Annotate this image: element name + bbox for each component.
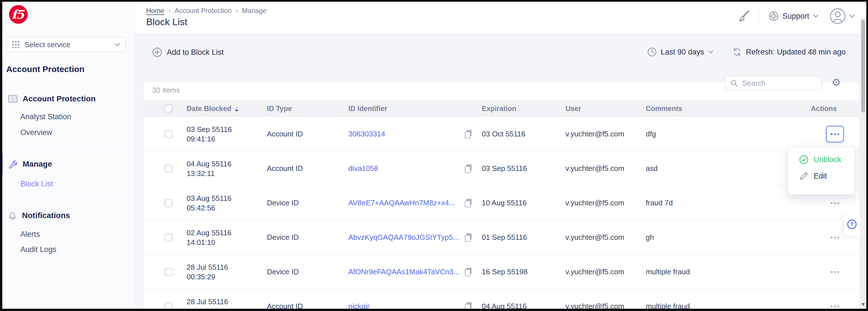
search-input[interactable] — [742, 79, 817, 88]
table-row[interactable]: 03 Aug 55116 05:42:56 Device ID AV8eE7+A… — [144, 186, 859, 220]
copy-icon[interactable] — [464, 164, 473, 173]
edit-menu-item[interactable]: Edit — [799, 171, 855, 181]
table-row[interactable]: 02 Aug 55116 14:01:10 Device ID AbvzKyqG… — [144, 220, 859, 255]
header-divider — [760, 10, 760, 23]
cell-expiration: 01 Sep 55116 — [482, 233, 565, 242]
row-checkbox[interactable] — [164, 165, 173, 173]
table-row[interactable]: 03 Sep 55116 09:41:16 Account ID 3063033… — [144, 117, 859, 151]
identifier-link[interactable]: diva1058 — [348, 164, 378, 173]
question-circle-icon: ? — [846, 219, 857, 230]
user-menu[interactable] — [830, 8, 855, 24]
table-row[interactable]: 28 Jul 55116 00:05:09 Account ID nickgjr… — [144, 289, 859, 311]
copy-icon[interactable] — [464, 267, 473, 277]
cell-id-type: Account ID — [267, 130, 348, 138]
support-menu[interactable]: Support — [768, 11, 819, 22]
cell-user: v.yuchter@f5.com — [565, 164, 646, 173]
copy-icon[interactable] — [464, 302, 473, 311]
sidebar-item-alerts[interactable]: Alerts — [20, 230, 40, 239]
help-button[interactable]: ? — [844, 213, 860, 236]
search-icon — [730, 79, 738, 87]
row-checkbox[interactable] — [164, 268, 173, 276]
block-list-table-card: 30 items ⚙ Date Blocked — [144, 82, 859, 311]
breadcrumb-account-protection: Account Protection — [175, 7, 231, 15]
f5-logo-text: f5 — [11, 8, 23, 22]
row-checkbox[interactable] — [164, 199, 173, 207]
breadcrumb-home-link[interactable]: Home — [146, 7, 164, 15]
identifier-link[interactable]: nickgjr — [348, 302, 370, 311]
column-header-id-identifier[interactable]: ID Identifier — [348, 105, 482, 113]
row-actions-button[interactable] — [828, 268, 842, 276]
unblock-menu-item[interactable]: Unblock — [799, 155, 855, 164]
column-header-user[interactable]: User — [565, 105, 646, 113]
cell-expiration: 03 Sep 55116 — [482, 164, 565, 173]
sidebar-section-account-protection[interactable]: Account Protection — [8, 94, 96, 103]
scrollbar-down-arrow[interactable] — [862, 303, 865, 306]
f5-logo[interactable]: f5 — [9, 5, 28, 24]
sidebar-section-label: Manage — [23, 160, 52, 169]
cell-user: v.yuchter@f5.com — [565, 233, 646, 242]
copy-icon[interactable] — [464, 129, 473, 139]
column-header-id-type[interactable]: ID Type — [267, 105, 348, 113]
row-actions-button[interactable] — [828, 234, 842, 241]
search-box — [725, 76, 822, 91]
cell-id-type: Account ID — [267, 302, 348, 311]
add-to-block-list-label: Add to Block List — [167, 48, 224, 57]
sidebar-section-manage[interactable]: Manage — [8, 159, 52, 169]
service-selector[interactable]: Select service — [6, 37, 126, 52]
sidebar-section-notifications[interactable]: Notifications — [8, 211, 70, 220]
cell-user: v.yuchter@f5.com — [565, 199, 646, 207]
column-header-expiration[interactable]: Expiration — [482, 105, 565, 113]
vertical-scrollbar[interactable] — [860, 18, 866, 309]
brush-icon[interactable] — [736, 9, 751, 24]
cell-id-identifier: nickgjr — [348, 302, 482, 311]
identifier-link[interactable]: AV8eE7+AAQAAwHn7M8z+x4... — [348, 199, 455, 207]
plus-circle-icon — [152, 47, 162, 57]
identifier-link[interactable]: AbvzKyqGAQAA79oJGSIYTyp5... — [348, 233, 459, 242]
sidebar-item-overview[interactable]: Overview — [20, 128, 52, 137]
cell-date-blocked: 03 Aug 55116 05:42:56 — [187, 194, 267, 213]
bell-icon — [8, 211, 17, 220]
chevron-down-icon — [708, 50, 714, 54]
cell-id-identifier: diva1058 — [348, 164, 482, 173]
refresh-button[interactable]: Refresh: Updated 48 min ago — [732, 47, 846, 57]
cell-date-blocked: 03 Sep 55116 09:41:16 — [187, 125, 267, 144]
cell-id-type: Device ID — [267, 268, 348, 276]
table-row[interactable]: 04 Aug 55116 13:32:11 Account ID diva105… — [144, 151, 859, 186]
time-range-selector[interactable]: Last 90 days — [647, 47, 714, 57]
lifering-icon — [768, 11, 779, 22]
active-section-indicator — [0, 154, 3, 175]
row-checkbox[interactable] — [164, 130, 173, 138]
row-actions-button[interactable] — [828, 303, 842, 310]
main-area: Home › Account Protection › Manage Block… — [135, 2, 866, 309]
identifier-link[interactable]: AfONr9eFAQAAs1Mak4TaVCn3... — [348, 268, 460, 276]
column-header-date-blocked[interactable]: Date Blocked — [187, 105, 267, 113]
sidebar-item-audit-logs[interactable]: Audit Logs — [20, 245, 57, 254]
row-checkbox[interactable] — [164, 234, 173, 242]
sidebar-section-label: Account Protection — [23, 94, 96, 103]
row-actions-dropdown: Unblock Edit — [788, 147, 855, 195]
check-circle-icon — [799, 155, 809, 164]
row-actions-button-active[interactable] — [826, 126, 844, 142]
column-header-comments[interactable]: Comments — [646, 105, 811, 113]
select-all-checkbox[interactable] — [164, 105, 173, 112]
sidebar-item-block-list[interactable]: Block List — [20, 180, 53, 188]
time-range-label: Last 90 days — [661, 48, 704, 57]
cell-date-blocked: 28 Jul 55116 00:35:29 — [187, 263, 267, 282]
scrollbar-thumb[interactable] — [861, 20, 865, 112]
support-label: Support — [782, 12, 809, 21]
table-body: 03 Sep 55116 09:41:16 Account ID 3063033… — [144, 117, 859, 311]
sidebar-item-analyst-station[interactable]: Analyst Station — [20, 112, 71, 121]
top-header: Home › Account Protection › Manage Block… — [135, 2, 866, 34]
identifier-link[interactable]: 306303314 — [348, 130, 385, 138]
topbar-actions: Support — [736, 8, 855, 24]
cell-id-type: Account ID — [267, 164, 348, 173]
table-row[interactable]: 28 Jul 55116 00:35:29 Device ID AfONr9eF… — [144, 255, 859, 289]
gear-icon[interactable]: ⚙ — [832, 77, 841, 88]
copy-icon[interactable] — [464, 233, 473, 242]
row-actions-button[interactable] — [828, 200, 842, 207]
refresh-icon — [732, 47, 742, 57]
copy-icon[interactable] — [464, 198, 473, 208]
unblock-label: Unblock — [814, 156, 841, 164]
add-to-block-list-button[interactable]: Add to Block List — [152, 47, 224, 57]
row-checkbox[interactable] — [164, 303, 173, 310]
